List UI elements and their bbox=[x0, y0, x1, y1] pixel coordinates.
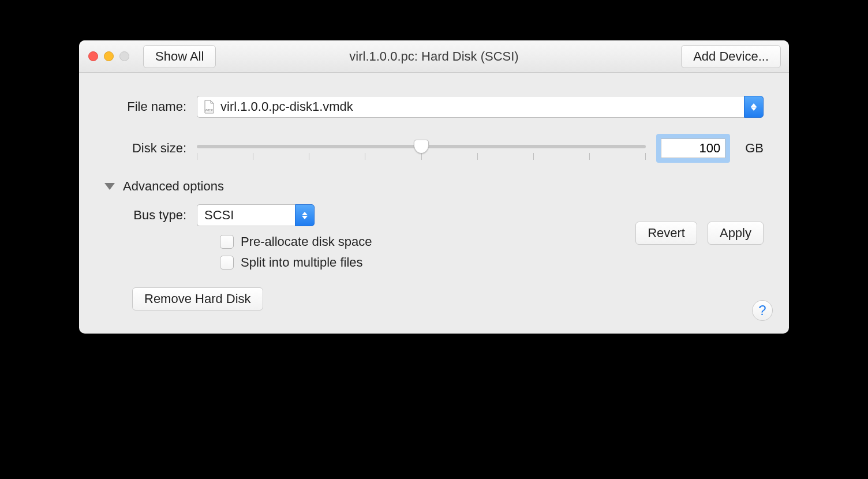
content-area: File name: VMDK virl.1.0.0.pc-disk1.vmdk… bbox=[79, 73, 789, 334]
filename-value: virl.1.0.0.pc-disk1.vmdk bbox=[220, 99, 353, 114]
apply-button[interactable]: Apply bbox=[708, 222, 764, 245]
slider-ticks bbox=[197, 153, 646, 160]
minimize-window-button[interactable] bbox=[104, 51, 114, 61]
disksize-slider[interactable] bbox=[197, 137, 646, 160]
chevron-down-icon bbox=[104, 183, 115, 190]
revert-button[interactable]: Revert bbox=[635, 222, 697, 245]
disksize-input[interactable] bbox=[661, 139, 725, 158]
filename-combo[interactable]: VMDK virl.1.0.0.pc-disk1.vmdk bbox=[197, 96, 744, 118]
filename-row: File name: VMDK virl.1.0.0.pc-disk1.vmdk bbox=[104, 96, 764, 118]
bustype-value: SCSI bbox=[204, 208, 234, 223]
advanced-disclosure[interactable]: Advanced options bbox=[104, 179, 764, 194]
close-window-button[interactable] bbox=[88, 51, 98, 61]
disksize-label: Disk size: bbox=[104, 141, 197, 156]
titlebar: Show All virl.1.0.0.pc: Hard Disk (SCSI)… bbox=[79, 40, 789, 73]
split-label: Split into multiple files bbox=[241, 255, 363, 270]
disksize-input-focus-ring bbox=[656, 134, 730, 163]
split-checkbox[interactable] bbox=[220, 256, 234, 270]
split-row: Split into multiple files bbox=[220, 255, 764, 270]
show-all-button[interactable]: Show All bbox=[143, 45, 216, 68]
preallocate-label: Pre-allocate disk space bbox=[241, 234, 372, 249]
add-device-button[interactable]: Add Device... bbox=[681, 45, 781, 68]
vmdk-file-icon: VMDK bbox=[203, 100, 215, 114]
bustype-label: Bus type: bbox=[128, 208, 197, 223]
settings-window: Show All virl.1.0.0.pc: Hard Disk (SCSI)… bbox=[79, 40, 789, 334]
help-button[interactable]: ? bbox=[752, 300, 773, 321]
window-controls bbox=[88, 51, 129, 61]
remove-hard-disk-button[interactable]: Remove Hard Disk bbox=[132, 287, 263, 310]
disksize-row: Disk size: GB bbox=[104, 134, 764, 163]
filename-stepper-icon[interactable] bbox=[744, 96, 764, 118]
preallocate-checkbox[interactable] bbox=[220, 235, 234, 249]
advanced-label: Advanced options bbox=[123, 179, 224, 194]
slider-thumb[interactable] bbox=[414, 140, 429, 154]
svg-text:VMDK: VMDK bbox=[205, 108, 214, 112]
disksize-unit: GB bbox=[745, 141, 764, 156]
action-buttons: Revert Apply bbox=[635, 222, 764, 245]
zoom-window-button bbox=[119, 51, 129, 61]
bustype-select[interactable]: SCSI bbox=[197, 204, 315, 226]
filename-label: File name: bbox=[104, 99, 197, 114]
bustype-stepper-icon bbox=[295, 204, 315, 226]
